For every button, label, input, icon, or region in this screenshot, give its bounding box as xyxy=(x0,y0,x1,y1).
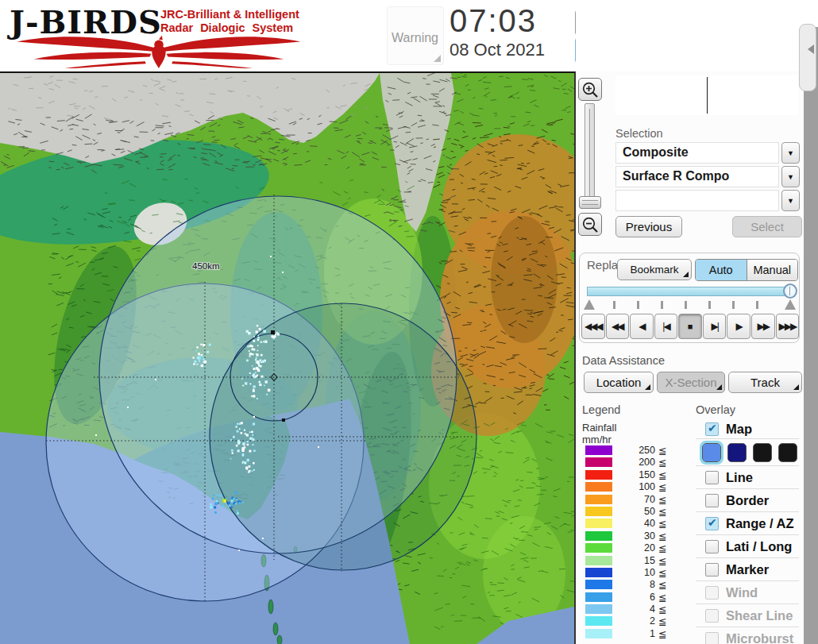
legend-suffix: ≦ xyxy=(658,555,666,567)
slider-tick xyxy=(732,301,735,309)
overlay-item-line[interactable]: Line xyxy=(696,465,799,488)
map-style-swatch-2[interactable] xyxy=(727,443,747,462)
marker-checkbox[interactable] xyxy=(705,563,719,577)
x-section-label: X-Section xyxy=(665,376,716,389)
slider-tick xyxy=(685,301,687,309)
panel-collapse-tab[interactable] xyxy=(799,24,816,91)
overlay-item-range-az[interactable]: Range / AZ xyxy=(696,511,799,534)
legend-color-chip xyxy=(585,445,612,455)
product-group-combo-arrow-icon[interactable]: ▼ xyxy=(781,142,800,164)
auto-button[interactable]: Auto xyxy=(696,260,747,280)
product-combo-arrow-icon[interactable]: ▼ xyxy=(781,166,800,187)
legend-row: 10≦ xyxy=(582,567,682,579)
replay-range-end-marker[interactable] xyxy=(785,299,796,310)
map-zoom-in-button[interactable] xyxy=(578,78,602,101)
bookmark-button[interactable]: Bookmark xyxy=(617,259,692,280)
clock-time: 07:03 xyxy=(450,3,569,39)
step-last-button[interactable]: ▶| xyxy=(703,314,727,339)
station-info-box[interactable] xyxy=(615,75,798,115)
line-checkbox[interactable] xyxy=(705,471,719,484)
select-button[interactable]: Select xyxy=(732,216,802,237)
rewind-button[interactable]: ◀ xyxy=(630,314,654,339)
replay-range-start-marker[interactable] xyxy=(584,299,595,310)
stop-button[interactable]: ■ xyxy=(678,314,702,339)
overlay-item-label: Border xyxy=(726,493,769,508)
product-group-combo[interactable]: Composite xyxy=(615,142,779,164)
legend-color-chip xyxy=(585,457,612,467)
legend-suffix: ≦ xyxy=(658,494,666,506)
legend-value: 1 xyxy=(615,628,655,639)
legend-value: 70 xyxy=(615,494,655,505)
radar-map-canvas[interactable]: 450km xyxy=(0,73,574,644)
legend-suffix: ≦ xyxy=(658,567,666,579)
x-section-button[interactable]: X-Section xyxy=(657,372,725,393)
overlay-item-marker[interactable]: Marker xyxy=(696,557,799,580)
overlay-item-shear-line[interactable]: Shear Line xyxy=(696,604,799,627)
radar-map[interactable]: 450km xyxy=(0,71,576,644)
legend-color-chip xyxy=(585,519,612,528)
legend-suffix: ≦ xyxy=(658,615,666,627)
legend-suffix: ≦ xyxy=(658,604,666,615)
legend-suffix: ≦ xyxy=(658,457,666,469)
panel-collapse-arrow-icon xyxy=(808,44,814,54)
jbirds-app: J-BIRDS JRC-Brilliant & Intelligent Rada… xyxy=(0,0,818,644)
track-label: Track xyxy=(750,376,780,389)
zoom-out-icon xyxy=(581,216,599,233)
map-style-swatches xyxy=(696,438,799,465)
wind-checkbox xyxy=(705,586,719,600)
product-extra-combo-arrow-icon[interactable]: ▼ xyxy=(781,190,800,211)
logo-subtitle-line1: JRC-Brilliant & Intelligent xyxy=(160,8,299,21)
replay-slider-handle[interactable] xyxy=(783,283,797,299)
rewind-full-button[interactable]: ◀◀◀ xyxy=(581,314,605,339)
product-combo[interactable]: Surface R Compo xyxy=(615,166,779,187)
warning-button[interactable]: Warning xyxy=(387,6,444,65)
track-button[interactable]: Track xyxy=(728,372,802,393)
legend-suffix: ≦ xyxy=(658,506,666,518)
legend-suffix: ≦ xyxy=(658,518,666,530)
range-az-checkbox[interactable] xyxy=(705,517,719,530)
location-fold-icon xyxy=(645,384,650,390)
legend-value: 8 xyxy=(615,579,655,590)
forward-full-button[interactable]: ▶▶▶ xyxy=(776,314,800,339)
map-style-swatch-1[interactable] xyxy=(702,443,721,462)
station-info-divider xyxy=(707,77,708,114)
legend-row: 200≦ xyxy=(582,457,682,469)
location-button[interactable]: Location xyxy=(584,372,654,393)
replay-slider-track[interactable] xyxy=(587,287,792,296)
legend-value: 10 xyxy=(615,567,655,578)
track-fold-icon xyxy=(793,384,799,390)
map-style-swatch-3[interactable] xyxy=(753,443,772,462)
map-zoom-out-button[interactable] xyxy=(578,213,602,236)
forward-fast-button[interactable]: ▶▶ xyxy=(751,314,775,339)
overlay-list: MapLineBorderRange / AZLati / LongMarker… xyxy=(696,419,799,644)
bookmark-label: Bookmark xyxy=(631,264,679,276)
manual-button[interactable]: Manual xyxy=(747,260,798,280)
play-button[interactable]: ▶ xyxy=(727,314,750,339)
step-first-button[interactable]: |◀ xyxy=(654,314,678,339)
playback-controls: ◀◀◀◀◀◀|◀■▶|▶▶▶▶▶▶ xyxy=(581,314,799,339)
overlay-item-wind[interactable]: Wind xyxy=(696,580,799,604)
slider-tick xyxy=(661,301,663,309)
legend-color-chip xyxy=(585,592,612,602)
legend-value: 6 xyxy=(615,592,655,603)
lati-long-checkbox[interactable] xyxy=(705,540,719,553)
legend-suffix: ≦ xyxy=(658,542,666,554)
legend-value: 50 xyxy=(615,506,655,517)
map-zoom-slider[interactable] xyxy=(585,103,595,209)
overlay-item-microburst[interactable]: Microburst xyxy=(696,627,799,644)
overlay-item-lati-long[interactable]: Lati / Long xyxy=(696,534,799,557)
product-extra-combo[interactable] xyxy=(615,190,779,211)
legend-suffix: ≦ xyxy=(658,445,666,457)
legend-value: 15 xyxy=(615,555,655,566)
overlay-item-border[interactable]: Border xyxy=(696,488,799,511)
selection-label: Selection xyxy=(615,127,663,140)
map-style-swatch-4[interactable] xyxy=(778,443,797,462)
slider-tick xyxy=(756,301,758,309)
overlay-item-map[interactable]: Map xyxy=(696,419,799,438)
legend-scale: 250≦200≦150≦100≦70≦50≦40≦30≦20≦15≦10≦8≦6… xyxy=(582,445,682,640)
map-zoom-slider-handle[interactable] xyxy=(579,196,601,209)
rewind-fast-button[interactable]: ◀◀ xyxy=(606,314,630,339)
map-checkbox[interactable] xyxy=(705,422,719,436)
previous-button[interactable]: Previous xyxy=(615,216,682,237)
border-checkbox[interactable] xyxy=(705,494,719,507)
